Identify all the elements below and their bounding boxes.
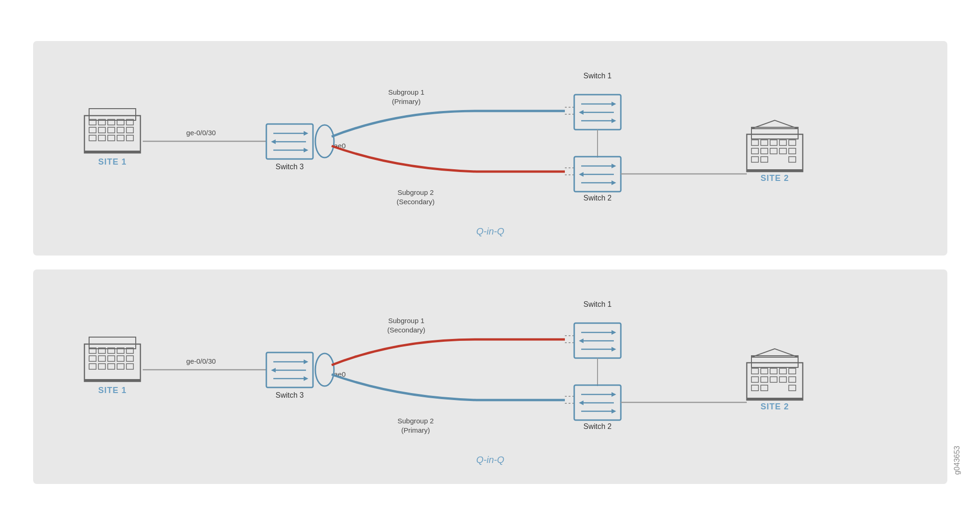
bottom-qinq-label: Q-in-Q — [476, 455, 504, 465]
svg-rect-46 — [789, 140, 796, 145]
svg-rect-55 — [747, 169, 803, 172]
svg-rect-0 — [84, 116, 140, 153]
top-ae0-oval — [315, 125, 334, 158]
svg-rect-15 — [117, 135, 124, 141]
svg-rect-8 — [98, 127, 105, 133]
svg-marker-24 — [304, 148, 308, 152]
bottom-line-top — [332, 339, 565, 365]
bottom-subgroup2-sub: (Primary) — [401, 426, 430, 434]
top-site2-label: SITE 2 — [760, 173, 789, 183]
svg-rect-14 — [108, 135, 115, 141]
bottom-diagram-section: SITE 1 ge-0/0/30 Switch 3 ae0 — [33, 269, 947, 484]
bottom-switch2-label: Switch 2 — [583, 422, 612, 430]
svg-marker-80 — [304, 376, 308, 381]
svg-rect-12 — [89, 135, 96, 141]
svg-rect-105 — [770, 377, 777, 382]
svg-marker-22 — [271, 139, 276, 144]
svg-rect-56 — [84, 344, 140, 381]
bottom-switch3-label: Switch 3 — [275, 391, 304, 399]
svg-rect-45 — [779, 140, 786, 145]
bottom-site1-label: SITE 1 — [98, 386, 126, 395]
svg-rect-73 — [84, 379, 140, 381]
svg-rect-106 — [779, 377, 786, 382]
top-subgroup2-label: Subgroup 2 — [397, 188, 434, 196]
top-switch3 — [266, 124, 313, 159]
svg-rect-111 — [747, 398, 803, 400]
svg-marker-87 — [612, 347, 616, 352]
svg-rect-99 — [761, 368, 768, 374]
svg-marker-20 — [304, 131, 308, 136]
svg-rect-52 — [751, 157, 758, 162]
top-switch2-label: Switch 2 — [583, 194, 612, 202]
bottom-line-bottom — [332, 374, 565, 400]
bottom-diagram-svg: SITE 1 ge-0/0/30 Switch 3 ae0 — [52, 283, 929, 470]
bottom-switch1 — [574, 323, 621, 358]
svg-marker-36 — [579, 172, 584, 177]
svg-rect-54 — [789, 157, 796, 162]
svg-rect-49 — [770, 148, 777, 154]
svg-rect-98 — [751, 368, 758, 374]
svg-rect-72 — [126, 364, 133, 369]
svg-rect-104 — [761, 377, 768, 382]
svg-rect-64 — [98, 356, 105, 361]
top-port-label: ge-0/0/30 — [186, 129, 215, 137]
svg-rect-101 — [779, 368, 786, 374]
svg-rect-17 — [84, 151, 140, 153]
bottom-subgroup1-label: Subgroup 1 — [388, 317, 424, 325]
svg-rect-7 — [89, 127, 96, 133]
bottom-subgroup1-sub: (Secondary) — [387, 326, 425, 334]
svg-rect-69 — [98, 364, 105, 369]
svg-rect-102 — [789, 368, 796, 374]
svg-rect-63 — [89, 356, 96, 361]
svg-rect-10 — [117, 127, 124, 133]
main-container: SITE 1 ge-0/0/30 Switch 3 ae0 — [24, 32, 957, 493]
top-subgroup1-sub: (Primary) — [392, 97, 421, 105]
svg-rect-11 — [126, 127, 133, 133]
svg-rect-67 — [126, 356, 133, 361]
bottom-site2-icon — [747, 349, 803, 400]
svg-rect-47 — [751, 148, 758, 154]
top-qinq-label: Q-in-Q — [476, 226, 504, 236]
svg-rect-70 — [108, 364, 115, 369]
svg-rect-108 — [751, 385, 758, 391]
bottom-subgroup2-label: Subgroup 2 — [397, 417, 434, 425]
svg-marker-94 — [612, 409, 616, 414]
bottom-ae0-oval — [315, 353, 334, 386]
svg-rect-42 — [751, 140, 758, 145]
svg-rect-16 — [126, 135, 133, 141]
site1-icon — [84, 109, 140, 153]
svg-marker-83 — [612, 330, 616, 335]
top-switch1-label: Switch 1 — [583, 72, 612, 80]
top-subgroup2-sub: (Secondary) — [396, 198, 435, 206]
svg-rect-53 — [761, 157, 768, 162]
svg-rect-107 — [789, 377, 796, 382]
top-line-primary — [332, 111, 565, 137]
svg-marker-38 — [612, 180, 616, 185]
svg-rect-66 — [117, 356, 124, 361]
svg-rect-13 — [98, 135, 105, 141]
top-site2-icon — [747, 120, 803, 172]
svg-rect-51 — [789, 148, 796, 154]
top-site1-label: SITE 1 — [98, 157, 126, 166]
svg-rect-109 — [761, 385, 768, 391]
svg-rect-71 — [117, 364, 124, 369]
bottom-site1-icon — [84, 337, 140, 381]
svg-rect-65 — [108, 356, 115, 361]
svg-rect-100 — [770, 368, 777, 374]
bottom-port-label: ge-0/0/30 — [186, 357, 215, 365]
svg-marker-29 — [579, 110, 584, 115]
bottom-switch3 — [266, 352, 313, 387]
svg-rect-1 — [89, 109, 136, 120]
top-switch2 — [574, 157, 621, 192]
top-diagram-section: SITE 1 ge-0/0/30 Switch 3 ae0 — [33, 41, 947, 256]
svg-rect-44 — [770, 140, 777, 145]
svg-rect-68 — [89, 364, 96, 369]
bottom-switch2 — [574, 385, 621, 420]
svg-marker-92 — [579, 401, 584, 405]
svg-marker-85 — [579, 338, 584, 343]
svg-rect-110 — [789, 385, 796, 391]
svg-marker-27 — [612, 102, 616, 106]
top-subgroup1-label: Subgroup 1 — [388, 88, 424, 96]
top-line-secondary — [332, 146, 565, 172]
svg-rect-43 — [761, 140, 768, 145]
